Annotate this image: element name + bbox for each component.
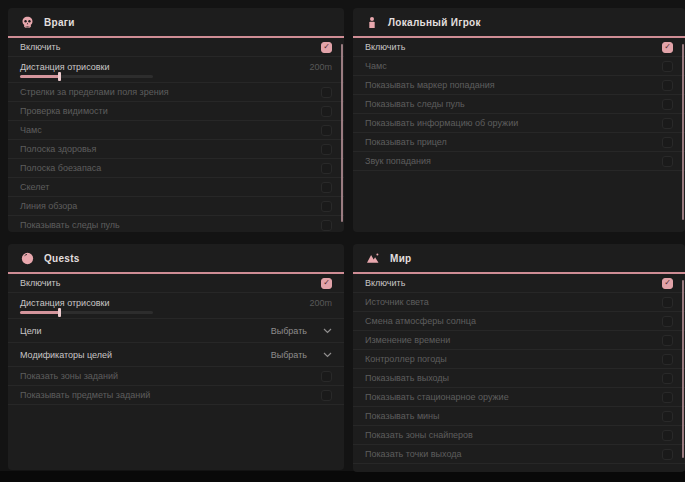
setting-label: Стрелки за пределами поля зрения [20,87,169,97]
slider-track[interactable] [20,75,153,78]
setting-label: Дистанция отрисовки [20,298,110,308]
setting-row: Звук попадания [353,152,685,171]
setting-label: Источник света [365,297,429,307]
dropdown[interactable]: Выбрать [271,326,332,336]
setting-row: Показывать выходы [353,369,685,388]
setting-row: Модификаторы целейВыбрать [8,343,344,367]
checkbox[interactable] [662,137,673,148]
checkbox[interactable] [321,106,332,117]
checkbox[interactable]: ✓ [662,42,673,53]
panel-header: Quests [8,244,344,274]
panel-header: Враги [8,8,344,38]
checkbox[interactable] [662,61,673,72]
setting-row: Проверка видимости [8,102,344,121]
setting-row: Дистанция отрисовки200m [8,57,344,83]
setting-label: Показывать маркер попадания [365,80,495,90]
setting-row: Полоска здоровья [8,140,344,159]
setting-label: Дистанция отрисовки [20,62,110,72]
checkbox[interactable]: ✓ [321,42,332,53]
setting-row: Показать зоны снайперов [353,426,685,445]
circle-icon [21,252,34,265]
setting-row: Полоска боезапаса [8,159,344,178]
setting-label: Проверка видимости [20,106,108,116]
checkbox[interactable] [321,87,332,98]
setting-label: Скелет [20,182,49,192]
setting-label: Показывать стационарное оружие [365,392,509,402]
panel-title: Локальный Игрок [388,17,481,28]
scrollbar[interactable] [341,44,343,222]
scrollbar[interactable] [682,44,684,220]
checkbox[interactable] [321,390,332,401]
setting-row: Показать точки выхода [353,445,685,464]
panel-title: Враги [44,17,75,28]
checkbox[interactable] [662,316,673,327]
checkbox[interactable] [662,335,673,346]
setting-row: Включить✓ [353,274,685,293]
setting-row: Показать зоны заданий [8,367,344,386]
setting-row: Стрелки за пределами поля зрения [8,83,344,102]
setting-row: Показывать мины [353,407,685,426]
chevron-down-icon [323,328,332,334]
setting-label: Включить [365,42,405,52]
checkbox[interactable] [662,449,673,460]
checkbox[interactable] [662,411,673,422]
setting-label: Показывать выходы [365,373,449,383]
setting-label: Чамс [20,125,42,135]
slider-value: 200m [309,62,332,72]
checkbox[interactable] [662,392,673,403]
checkbox[interactable] [662,156,673,167]
setting-row: Включить✓ [8,274,344,293]
setting-label: Звук попадания [365,156,431,166]
slider-track[interactable] [20,311,153,314]
setting-label: Полоска боезапаса [20,163,101,173]
slider-fill [20,311,60,314]
setting-label: Полоска здоровья [20,144,96,154]
checkbox[interactable] [662,80,673,91]
panel-quests: Quests Включить✓Дистанция отрисовки200mЦ… [8,244,344,470]
checkbox[interactable] [321,201,332,212]
slider-fill [20,75,60,78]
setting-row: Контроллер погоды [353,350,685,369]
panel-header: Локальный Игрок [353,8,685,38]
scrollbar[interactable] [682,280,684,458]
checkbox[interactable] [662,118,673,129]
setting-label: Цели [20,326,42,336]
checkbox[interactable] [321,125,332,136]
checkbox[interactable] [662,99,673,110]
setting-row: Смена атмосферы солнца [353,312,685,331]
panel-title: Мир [390,253,412,264]
setting-row: Изменение времени [353,331,685,350]
slider-handle[interactable] [58,72,61,81]
setting-row: Источник света [353,293,685,312]
checkbox[interactable]: ✓ [662,278,673,289]
checkbox[interactable] [321,220,332,231]
slider-handle[interactable] [58,308,61,317]
setting-label: Показывать следы пуль [365,99,465,109]
setting-label: Включить [20,278,60,288]
checkbox[interactable] [662,430,673,441]
setting-row: Показывать информацию об оружии [353,114,685,133]
dropdown[interactable]: Выбрать [271,350,332,360]
checkbox[interactable] [662,297,673,308]
checkbox[interactable] [321,163,332,174]
setting-row: Показывать следы пуль [8,216,344,232]
setting-label: Показывать прицел [365,137,447,147]
panel-enemies: Враги Включить✓Дистанция отрисовки200mСт… [8,8,344,232]
setting-label: Показывать следы пуль [20,220,120,230]
checkbox[interactable] [321,182,332,193]
checkbox[interactable] [662,354,673,365]
panel-title: Quests [44,253,80,264]
setting-row: Скелет [8,178,344,197]
setting-label: Показать зоны заданий [20,371,118,381]
checkbox[interactable] [321,371,332,382]
setting-label: Показывать информацию об оружии [365,118,518,128]
checkbox[interactable]: ✓ [321,278,332,289]
setting-row: ЦелиВыбрать [8,319,344,343]
setting-row: Показывать стационарное оружие [353,388,685,407]
checkbox[interactable] [662,373,673,384]
dropdown-value: Выбрать [271,350,307,360]
setting-row: Показывать предметы заданий [8,386,344,405]
setting-label: Включить [365,278,405,288]
checkbox[interactable] [321,144,332,155]
settings-list: Включить✓Дистанция отрисовки200mСтрелки … [8,38,344,232]
